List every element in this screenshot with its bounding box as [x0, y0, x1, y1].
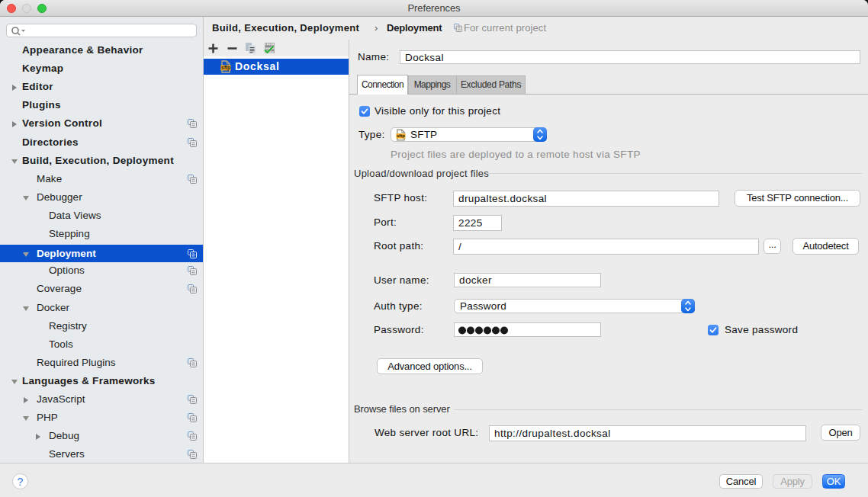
svg-text:sftp: sftp — [221, 65, 230, 71]
svg-text:sftp: sftp — [397, 133, 405, 138]
